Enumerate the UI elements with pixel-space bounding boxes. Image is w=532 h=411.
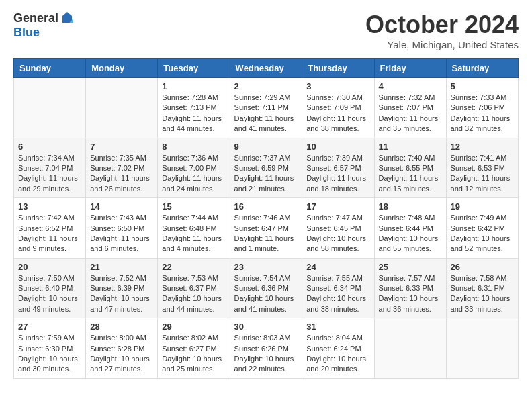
day-content-line: Daylight: 10 hours and 49 minutes.	[18, 293, 81, 314]
day-content-line: Daylight: 11 hours and 38 minutes.	[306, 113, 369, 134]
day-content: Sunrise: 7:47 AMSunset: 6:45 PMDaylight:…	[306, 213, 369, 255]
calendar-header-thursday: Thursday	[302, 59, 374, 78]
calendar-cell	[14, 78, 86, 138]
day-content: Sunrise: 7:39 AMSunset: 6:57 PMDaylight:…	[306, 153, 369, 195]
day-content: Sunrise: 7:33 AMSunset: 7:06 PMDaylight:…	[451, 93, 514, 134]
calendar-cell: 15Sunrise: 7:44 AMSunset: 6:48 PMDayligh…	[158, 198, 230, 259]
day-content: Sunrise: 7:37 AMSunset: 6:59 PMDaylight:…	[234, 153, 298, 195]
calendar: SundayMondayTuesdayWednesdayThursdayFrid…	[13, 58, 519, 379]
day-content-line: Sunset: 6:44 PM	[379, 224, 442, 234]
day-content: Sunrise: 7:43 AMSunset: 6:50 PMDaylight:…	[90, 213, 153, 255]
day-content-line: Sunset: 6:26 PM	[234, 344, 298, 354]
day-number: 7	[90, 142, 153, 152]
day-content-line: Sunset: 6:28 PM	[90, 344, 153, 354]
day-number: 30	[234, 322, 298, 332]
day-content-line: Sunset: 6:50 PM	[90, 224, 153, 234]
day-number: 9	[234, 142, 298, 152]
day-content: Sunrise: 7:58 AMSunset: 6:31 PMDaylight:…	[451, 273, 514, 315]
day-number: 23	[234, 262, 298, 272]
day-content: Sunrise: 7:55 AMSunset: 6:34 PMDaylight:…	[306, 273, 369, 315]
day-content: Sunrise: 7:52 AMSunset: 6:39 PMDaylight:…	[90, 273, 153, 315]
day-content-line: Sunrise: 7:59 AM	[18, 333, 81, 343]
day-content-line: Sunset: 6:31 PM	[451, 283, 514, 293]
calendar-week-row: 13Sunrise: 7:42 AMSunset: 6:52 PMDayligh…	[14, 198, 519, 259]
day-content-line: Sunrise: 7:48 AM	[379, 213, 442, 223]
day-content-line: Daylight: 11 hours and 44 minutes.	[162, 113, 225, 134]
calendar-cell: 30Sunrise: 8:03 AMSunset: 6:26 PMDayligh…	[230, 318, 302, 379]
calendar-cell: 17Sunrise: 7:47 AMSunset: 6:45 PMDayligh…	[302, 198, 374, 259]
calendar-cell: 11Sunrise: 7:40 AMSunset: 6:55 PMDayligh…	[374, 138, 446, 198]
day-content-line: Daylight: 11 hours and 29 minutes.	[18, 173, 81, 194]
logo-blue-text: Blue	[13, 26, 40, 40]
day-content-line: Sunset: 6:39 PM	[90, 283, 153, 293]
location-title: Yale, Michigan, United States	[365, 39, 519, 50]
day-content-line: Sunrise: 7:34 AM	[18, 153, 81, 163]
calendar-week-row: 20Sunrise: 7:50 AMSunset: 6:40 PMDayligh…	[14, 258, 519, 318]
calendar-header-row: SundayMondayTuesdayWednesdayThursdayFrid…	[14, 59, 519, 78]
day-content-line: Sunrise: 7:42 AM	[18, 213, 81, 223]
calendar-cell: 3Sunrise: 7:30 AMSunset: 7:09 PMDaylight…	[302, 78, 374, 138]
title-area: October 2024 Yale, Michigan, United Stat…	[365, 11, 519, 50]
calendar-header-wednesday: Wednesday	[230, 59, 302, 78]
day-content-line: Daylight: 11 hours and 4 minutes.	[162, 234, 225, 255]
day-content-line: Daylight: 10 hours and 55 minutes.	[379, 234, 442, 255]
day-content: Sunrise: 7:28 AMSunset: 7:13 PMDaylight:…	[162, 93, 225, 134]
day-content-line: Sunrise: 7:46 AM	[234, 213, 298, 223]
day-content-line: Daylight: 11 hours and 41 minutes.	[234, 113, 298, 134]
day-content: Sunrise: 7:41 AMSunset: 6:53 PMDaylight:…	[451, 153, 514, 195]
day-content-line: Sunrise: 7:41 AM	[451, 153, 514, 163]
day-content-line: Daylight: 11 hours and 18 minutes.	[306, 173, 369, 194]
calendar-cell: 21Sunrise: 7:52 AMSunset: 6:39 PMDayligh…	[86, 258, 158, 318]
day-content-line: Sunrise: 7:28 AM	[162, 93, 225, 103]
day-content: Sunrise: 8:04 AMSunset: 6:24 PMDaylight:…	[306, 333, 369, 375]
day-content-line: Sunrise: 7:32 AM	[379, 93, 442, 103]
calendar-week-row: 6Sunrise: 7:34 AMSunset: 7:04 PMDaylight…	[14, 138, 519, 198]
day-content: Sunrise: 8:03 AMSunset: 6:26 PMDaylight:…	[234, 333, 298, 375]
day-content-line: Sunrise: 7:30 AM	[306, 93, 369, 103]
day-content-line: Sunrise: 8:00 AM	[90, 333, 153, 343]
calendar-header-friday: Friday	[374, 59, 446, 78]
day-number: 24	[306, 262, 369, 272]
day-number: 3	[306, 81, 369, 91]
day-number: 6	[18, 142, 81, 152]
day-content: Sunrise: 7:54 AMSunset: 6:36 PMDaylight:…	[234, 273, 298, 315]
day-content-line: Sunrise: 8:04 AM	[306, 333, 369, 343]
day-content-line: Sunset: 6:33 PM	[379, 283, 442, 293]
calendar-cell: 6Sunrise: 7:34 AMSunset: 7:04 PMDaylight…	[14, 138, 86, 198]
day-content-line: Sunset: 6:53 PM	[451, 163, 514, 173]
day-content-line: Daylight: 10 hours and 33 minutes.	[451, 293, 514, 314]
day-content-line: Daylight: 10 hours and 27 minutes.	[90, 354, 153, 375]
header: General Blue October 2024 Yale, Michigan…	[13, 11, 519, 50]
day-content-line: Sunset: 7:07 PM	[379, 103, 442, 113]
logo-icon	[60, 11, 75, 26]
day-content-line: Sunset: 6:36 PM	[234, 283, 298, 293]
calendar-cell: 12Sunrise: 7:41 AMSunset: 6:53 PMDayligh…	[446, 138, 518, 198]
day-content: Sunrise: 7:48 AMSunset: 6:44 PMDaylight:…	[379, 213, 442, 255]
day-content-line: Sunrise: 7:43 AM	[90, 213, 153, 223]
month-title: October 2024	[365, 11, 519, 39]
day-content-line: Daylight: 11 hours and 12 minutes.	[451, 173, 514, 194]
day-number: 28	[90, 322, 153, 332]
logo-general-text: General	[13, 11, 58, 26]
day-number: 29	[162, 322, 225, 332]
day-content-line: Sunset: 6:34 PM	[306, 283, 369, 293]
day-content-line: Daylight: 10 hours and 58 minutes.	[306, 234, 369, 255]
calendar-cell: 8Sunrise: 7:36 AMSunset: 7:00 PMDaylight…	[158, 138, 230, 198]
calendar-cell: 14Sunrise: 7:43 AMSunset: 6:50 PMDayligh…	[86, 198, 158, 259]
day-content-line: Sunset: 6:47 PM	[234, 224, 298, 234]
day-content-line: Sunset: 6:48 PM	[162, 224, 225, 234]
day-content-line: Sunrise: 7:54 AM	[234, 273, 298, 283]
day-content-line: Sunset: 6:52 PM	[18, 224, 81, 234]
day-content-line: Sunset: 7:09 PM	[306, 103, 369, 113]
day-content-line: Sunset: 7:02 PM	[90, 163, 153, 173]
calendar-cell: 10Sunrise: 7:39 AMSunset: 6:57 PMDayligh…	[302, 138, 374, 198]
calendar-cell: 24Sunrise: 7:55 AMSunset: 6:34 PMDayligh…	[302, 258, 374, 318]
day-content: Sunrise: 7:40 AMSunset: 6:55 PMDaylight:…	[379, 153, 442, 195]
day-number: 25	[379, 262, 442, 272]
day-number: 1	[162, 81, 225, 91]
calendar-cell: 29Sunrise: 8:02 AMSunset: 6:27 PMDayligh…	[158, 318, 230, 379]
calendar-cell: 19Sunrise: 7:49 AMSunset: 6:42 PMDayligh…	[446, 198, 518, 259]
calendar-cell	[374, 318, 446, 379]
day-content: Sunrise: 8:00 AMSunset: 6:28 PMDaylight:…	[90, 333, 153, 375]
calendar-cell: 16Sunrise: 7:46 AMSunset: 6:47 PMDayligh…	[230, 198, 302, 259]
